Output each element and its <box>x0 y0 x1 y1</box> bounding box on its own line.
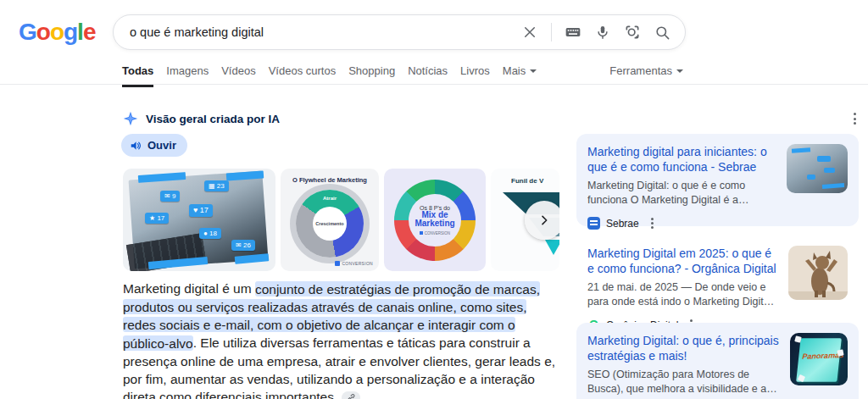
image-carousel: ✉ 9 ▦ 23 ♥ 17 ★ 17 ● 18 ✉ 26 O Flywheel … <box>123 169 559 271</box>
notification-badge: ✉ 26 <box>231 240 255 251</box>
google-search-results-page: Google Todas Imagens Vídeos Ví <box>0 0 868 399</box>
result-thumbnail[interactable]: Panoramas <box>790 333 848 385</box>
tab-mais-label: Mais <box>503 64 526 77</box>
result-thumbnail[interactable] <box>787 144 848 193</box>
ai-overview-title: Visão geral criada por IA <box>146 113 280 125</box>
google-lens-icon[interactable] <box>624 24 641 41</box>
search-bar[interactable] <box>113 14 686 50</box>
header-divider <box>0 84 868 85</box>
carousel-image-social-media[interactable]: ✉ 9 ▦ 23 ♥ 17 ★ 17 ● 18 ✉ 26 <box>123 169 275 271</box>
ai-overview-answer: Marketing digital é um conjunto de estra… <box>123 280 560 399</box>
flywheel-center-label: Crescimento <box>315 221 343 226</box>
logo-letter: o <box>50 19 64 46</box>
carousel-image-marketing-mix[interactable]: Os 8 P's do Mix de Marketing CONVERSION <box>384 169 486 271</box>
notification-badge: ● 18 <box>199 228 221 239</box>
chevron-down-icon <box>676 69 683 73</box>
funnel-title: Funil de V <box>511 177 559 185</box>
keyboard-icon[interactable] <box>565 24 581 41</box>
result-title-link[interactable]: Marketing Digital em 2025: o que é e com… <box>587 246 778 276</box>
source-name: Sebrae <box>606 218 639 230</box>
logo-letter: o <box>36 19 50 46</box>
flywheel-title: O Flywheel de Marketing <box>281 176 379 184</box>
result-snippet: 21 de mai. de 2025 — De onde veio e para… <box>587 280 778 309</box>
ferramentas-label: Ferramentas <box>609 64 672 77</box>
logo-letter: e <box>83 19 96 46</box>
result-title-link[interactable]: Marketing digital para iniciantes: o que… <box>587 144 776 175</box>
conversion-logo: CONVERSION <box>420 231 450 236</box>
answer-text: Marketing digital é um <box>123 281 255 296</box>
logo-letter: g <box>64 19 77 46</box>
result-snippet: SEO (Otimização para Motores de Busca), … <box>587 368 780 396</box>
mix-title: Mix de Marketing <box>410 211 459 229</box>
notification-badge: ★ 17 <box>145 213 169 224</box>
search-submit-icon[interactable] <box>654 24 670 41</box>
logo-letter: G <box>19 19 36 46</box>
result-title-link[interactable]: Marketing Digital: o que é, principais e… <box>587 333 780 363</box>
listen-button[interactable]: Ouvir <box>121 134 187 157</box>
notification-badge: ✉ 9 <box>160 191 180 202</box>
conversion-logo: CONVERSION <box>335 261 373 266</box>
related-result-card[interactable]: Marketing Digital: o que é, principais e… <box>576 323 859 399</box>
carousel-image-flywheel[interactable]: O Flywheel de Marketing Atrair Crescimen… <box>281 169 379 271</box>
notification-badge: ♥ 17 <box>189 204 213 217</box>
ai-overview-header: Visão geral criada por IA <box>123 111 280 126</box>
result-more-options-icon[interactable] <box>648 216 657 230</box>
result-thumbnail[interactable] <box>788 246 848 300</box>
chevron-down-icon <box>530 69 537 73</box>
listen-label: Ouvir <box>147 139 176 152</box>
related-result-card[interactable]: Marketing digital para iniciantes: o que… <box>576 134 859 226</box>
notification-badge: ▦ 23 <box>204 180 229 191</box>
voice-search-mic-icon[interactable] <box>594 24 611 41</box>
flywheel-diagram: Atrair Crescimento <box>296 190 364 258</box>
sebrae-favicon <box>587 217 600 230</box>
citation-link-icon[interactable] <box>342 391 360 399</box>
search-bar-divider <box>551 23 552 42</box>
dog-photo <box>788 246 848 300</box>
logo-letter: l <box>77 19 83 46</box>
search-input[interactable] <box>114 25 521 39</box>
chevron-right-icon <box>537 213 551 227</box>
result-snippet: Marketing Digital: o que é e como funcio… <box>587 179 776 208</box>
clear-search-icon[interactable] <box>521 24 538 41</box>
overview-more-options-icon[interactable] <box>851 110 859 127</box>
ai-sparkle-icon <box>123 111 138 126</box>
google-logo[interactable]: Google <box>19 19 95 46</box>
speaker-icon <box>130 140 142 152</box>
carousel-next-button[interactable] <box>525 201 559 240</box>
ferramentas-button[interactable]: Ferramentas <box>609 64 683 77</box>
flywheel-arc-label: Atrair <box>323 196 337 201</box>
